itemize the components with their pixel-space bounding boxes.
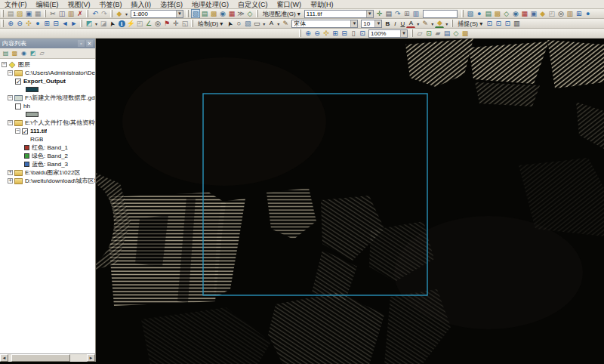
layers-list-icon[interactable] xyxy=(484,9,493,18)
expand-icon[interactable]: + xyxy=(8,170,13,175)
update-georeferencing-icon[interactable] xyxy=(411,9,421,18)
toolbar-grip[interactable] xyxy=(186,10,189,17)
combo-arrow-icon[interactable]: ▼ xyxy=(400,30,407,37)
collapse-icon[interactable]: − xyxy=(8,120,13,125)
find-icon[interactable] xyxy=(153,19,162,28)
find-route-icon[interactable] xyxy=(162,19,171,28)
draw-circle-icon[interactable] xyxy=(234,19,243,28)
toc-group-baidu[interactable]: + E:\baidu图家1\022区 xyxy=(0,168,95,177)
open-icon[interactable] xyxy=(15,9,24,18)
toolbar-grip[interactable] xyxy=(191,20,193,27)
font-color-icon[interactable] xyxy=(406,19,415,28)
fit-to-display-icon[interactable] xyxy=(402,9,411,18)
scrollbar-track[interactable] xyxy=(8,354,87,362)
window-tool-icon[interactable] xyxy=(547,9,556,18)
layout-zoom-combo[interactable]: 100%▼ xyxy=(368,29,408,38)
toolbar-grip[interactable] xyxy=(451,20,453,27)
cut-icon[interactable] xyxy=(48,9,57,18)
layout-fixed-zoom-in-icon[interactable] xyxy=(331,29,340,38)
copy-icon[interactable] xyxy=(57,9,66,18)
bold-button[interactable]: B xyxy=(384,20,391,28)
group-label[interactable]: F:\新建文件地理数据库.gdb xyxy=(25,94,95,102)
layout-extra-tool-icon[interactable] xyxy=(451,29,461,38)
menu-help[interactable]: 帮助(H) xyxy=(306,0,338,9)
fill-color-icon[interactable] xyxy=(435,19,444,28)
fill-color-dropdown-arrow[interactable]: ▾ xyxy=(444,21,449,26)
snapping-menu[interactable]: 捕捉(S) ▾ xyxy=(455,20,485,28)
focus-data-frame-icon[interactable] xyxy=(424,29,433,38)
hh-swatch[interactable] xyxy=(26,112,39,117)
toc-item-layers[interactable]: − 图层 xyxy=(0,60,95,69)
folder-tool-icon[interactable] xyxy=(493,9,502,18)
delete-icon[interactable] xyxy=(76,9,85,18)
toolbox-icon[interactable] xyxy=(520,9,529,18)
draw-menu[interactable]: 绘制(D) ▾ xyxy=(196,20,225,28)
toc-group-desktop[interactable]: − C:\Users\Administrator\Desktop\p xyxy=(0,69,95,77)
toc-layer-111-tif[interactable]: − ✓ 111.tif xyxy=(0,127,95,135)
line-color-icon[interactable] xyxy=(421,19,430,28)
draw-text-dropdown-arrow[interactable]: ▾ xyxy=(276,21,281,26)
toc-title-bar[interactable]: 内容列表 ▫ ✕ xyxy=(0,39,95,48)
menu-insert[interactable]: 插入(I) xyxy=(127,0,156,9)
layer-label[interactable]: hh xyxy=(23,103,30,110)
toc-pin-icon[interactable]: ▫ xyxy=(78,40,85,47)
zoom-100-percent-icon[interactable] xyxy=(358,29,367,38)
arctoolbox-icon[interactable] xyxy=(227,9,236,18)
collapse-icon[interactable]: − xyxy=(15,128,20,134)
checkbox-checked[interactable]: ✓ xyxy=(22,128,28,134)
toolbar-grip[interactable] xyxy=(2,20,4,27)
snap-grid-icon[interactable] xyxy=(575,9,584,18)
select-elements-icon[interactable] xyxy=(108,19,117,28)
list-by-visibility-icon[interactable] xyxy=(20,49,28,57)
draw-text-icon[interactable] xyxy=(267,19,276,28)
layout-pan-icon[interactable] xyxy=(322,29,331,38)
red-band-swatch[interactable] xyxy=(24,145,29,150)
undo-icon[interactable] xyxy=(91,9,100,18)
combo-arrow-icon[interactable]: ▼ xyxy=(374,20,381,27)
add-control-points-icon[interactable] xyxy=(375,9,384,18)
green-band-swatch[interactable] xyxy=(24,153,29,159)
blue-band-swatch[interactable] xyxy=(24,162,29,167)
layout-zoom-in-icon[interactable] xyxy=(304,29,313,38)
go-to-xy-icon[interactable] xyxy=(171,19,180,28)
collapse-icon[interactable]: − xyxy=(2,62,7,67)
toc-symbol-row[interactable] xyxy=(0,110,95,119)
redo-icon[interactable] xyxy=(100,9,109,18)
full-extent-icon[interactable] xyxy=(33,19,42,28)
zoom-whole-page-icon[interactable] xyxy=(349,29,358,38)
measure-icon[interactable] xyxy=(144,19,153,28)
viewer-window-icon[interactable] xyxy=(180,19,190,28)
map-scale-combo[interactable]: 1:800▼ xyxy=(131,10,183,18)
toc-layer-hh[interactable]: hh xyxy=(0,102,95,110)
toc-group-personal[interactable]: − E:\个人文件打包\其他资料\图家\yss xyxy=(0,119,95,127)
collapse-icon[interactable]: − xyxy=(8,95,13,100)
fixed-zoom-in-icon[interactable] xyxy=(42,19,51,28)
list-by-source-icon[interactable] xyxy=(11,49,19,57)
collapse-icon[interactable]: − xyxy=(8,70,13,76)
toolbar-grip[interactable] xyxy=(461,10,464,17)
python-icon[interactable] xyxy=(236,9,245,18)
scrollbar-thumb[interactable] xyxy=(11,354,70,362)
font-name-combo[interactable]: 宋体▼ xyxy=(291,20,358,28)
zoom-out-icon[interactable] xyxy=(15,19,24,28)
menu-bookmarks[interactable]: 书签(B) xyxy=(95,0,127,9)
data-driven-pages-icon[interactable] xyxy=(442,29,451,38)
font-color-dropdown-arrow[interactable]: ▾ xyxy=(415,21,421,26)
clear-selection-icon[interactable] xyxy=(99,19,108,28)
group-label[interactable]: E:\baidu图家1\022区 xyxy=(25,168,80,177)
search-icon[interactable] xyxy=(218,9,227,18)
list-by-selection-icon[interactable] xyxy=(29,49,37,57)
toolbar-grip[interactable] xyxy=(256,10,258,17)
draw-picture-icon[interactable] xyxy=(243,19,252,28)
coordinate-input[interactable] xyxy=(423,10,458,18)
paste-icon[interactable] xyxy=(66,9,76,18)
attributes-icon[interactable] xyxy=(512,19,521,28)
layer-label[interactable]: 111.tif xyxy=(30,128,47,134)
checkbox-checked[interactable]: ✓ xyxy=(15,79,21,85)
layer-label[interactable]: 图层 xyxy=(18,60,30,69)
checkbox-unchecked[interactable] xyxy=(15,103,21,110)
add-data-icon[interactable] xyxy=(115,9,124,18)
toc-group-weitu[interactable]: + D:\weitu\download\城市区域\Level18 xyxy=(0,177,95,185)
toc-horizontal-scrollbar[interactable]: ◄ ► xyxy=(0,353,95,362)
georeferencing-layer-combo[interactable]: 111.tif▼ xyxy=(304,10,374,18)
